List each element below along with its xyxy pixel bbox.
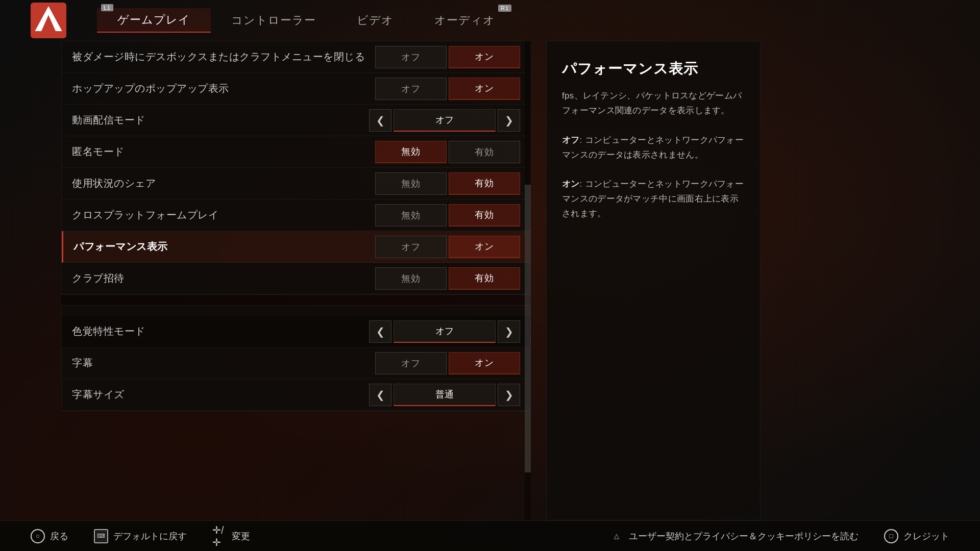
btn-on-subtitles[interactable]: オン (449, 352, 520, 374)
btn-disabled-club[interactable]: 無効 (375, 267, 447, 290)
setting-controls-anon: 無効 有効 (375, 141, 520, 163)
apex-logo (31, 3, 66, 38)
footer-change-label: 変更 (232, 530, 250, 542)
btn-off-subtitles[interactable]: オフ (375, 352, 447, 374)
setting-controls-crossplay: 無効 有効 (375, 204, 520, 227)
btn-next-stream[interactable]: ❯ (498, 109, 520, 132)
setting-controls-stream: ❮ オフ ❯ (369, 109, 520, 132)
setting-stream-mode: 動画配信モード ❮ オフ ❯ (62, 105, 530, 136)
setting-usage-share: 使用状況のシェア 無効 有効 (62, 168, 530, 199)
circle-icon: ○ (31, 529, 45, 543)
setting-controls-perf: オフ オン (375, 236, 520, 258)
btn-on-hopup[interactable]: オン (449, 78, 520, 100)
footer: ○ 戻る ⌨ デフォルトに戻す ✛/✛ 変更 △ ユーザー契約とプライバシー＆ク… (0, 520, 980, 551)
info-panel: パフォーマンス表示 fps、レイテンシ、パケットロスなどゲームパフォーマンス関連… (546, 41, 761, 520)
info-on-label: オン (562, 179, 580, 189)
btn-enabled-usage[interactable]: 有効 (449, 172, 520, 195)
btn-enabled-crossplay[interactable]: 有効 (449, 204, 520, 227)
setting-controls-club: 無効 有効 (375, 267, 520, 290)
setting-controls-colorblind: ❮ オフ ❯ (369, 320, 520, 343)
setting-hopup-popup: ホップアップのポップアップ表示 オフ オン (62, 73, 530, 105)
settings-list-2: 色覚特性モード ❮ オフ ❯ 字幕 オフ オン (61, 305, 531, 411)
setting-perf-display: パフォーマンス表示 オフ オン (62, 231, 530, 263)
setting-subtitles: 字幕 オフ オン (62, 347, 530, 379)
footer-policy-label: ユーザー契約とプライバシー＆クッキーポリシーを読む (629, 530, 859, 542)
info-desc-on: オン: コンピューターとネットワークパフォーマンスのデータがマッチ中に画面右上に… (562, 177, 745, 221)
scrollbar[interactable] (525, 41, 531, 520)
tab-video[interactable]: ビデオ (336, 9, 414, 32)
setting-crossplay: クロスプラットフォームプレイ 無効 有効 (62, 199, 530, 231)
setting-club-invite: クラブ招待 無効 有効 (62, 263, 530, 294)
settings-panel: 被ダメージ時にデスボックスまたはクラフトメニューを閉じる オフ オン ホップアッ… (61, 41, 531, 520)
tab-audio[interactable]: オーディオ R1 (414, 9, 516, 32)
footer-back-label: 戻る (50, 530, 68, 542)
tab-gameplay[interactable]: L1 ゲームプレイ (97, 8, 211, 33)
info-off-label: オフ (562, 135, 580, 145)
tab-badge-l1: L1 (101, 4, 113, 11)
info-title: パフォーマンス表示 (562, 59, 745, 79)
btn-next-subtitlesize[interactable]: ❯ (498, 384, 520, 406)
header: L1 ゲームプレイ コントローラー ビデオ オーディオ R1 (0, 0, 980, 41)
footer-right: △ ユーザー契約とプライバシー＆クッキーポリシーを読む □ クレジット (609, 529, 949, 543)
setting-close-craftmenu: 被ダメージ時にデスボックスまたはクラフトメニューを閉じる オフ オン (62, 41, 530, 73)
footer-left: ○ 戻る ⌨ デフォルトに戻す ✛/✛ 変更 (31, 529, 250, 543)
btn-off-hopup[interactable]: オフ (375, 78, 447, 100)
btn-next-colorblind[interactable]: ❯ (498, 320, 520, 343)
footer-credits[interactable]: □ クレジット (884, 529, 949, 543)
btn-enabled-anon[interactable]: 有効 (449, 141, 520, 163)
setting-controls-hopup: オフ オン (375, 78, 520, 100)
btn-enabled-club[interactable]: 有効 (449, 267, 520, 290)
btn-disabled-crossplay[interactable]: 無効 (375, 204, 447, 227)
setting-color-blind: 色覚特性モード ❮ オフ ❯ (62, 316, 530, 347)
btn-value-stream: オフ (394, 109, 496, 132)
keyboard-icon: ⌨ (94, 529, 108, 543)
btn-prev-colorblind[interactable]: ❮ (369, 320, 391, 343)
btn-prev-subtitlesize[interactable]: ❮ (369, 384, 391, 406)
setting-controls-subtitlesize: ❮ 普通 ❯ (369, 384, 520, 406)
btn-on-close-craftmenu[interactable]: オン (449, 46, 520, 68)
btn-value-subtitlesize: 普通 (394, 384, 496, 406)
btn-off-perf[interactable]: オフ (375, 236, 447, 258)
nav-tabs: L1 ゲームプレイ コントローラー ビデオ オーディオ R1 (97, 8, 949, 33)
dpad-icon: ✛/✛ (212, 529, 227, 543)
triangle-icon: △ (609, 529, 624, 543)
setting-controls-usage: 無効 有効 (375, 172, 520, 195)
info-desc-main: fps、レイテンシ、パケットロスなどゲームパフォーマンス関連のデータを表示します… (562, 89, 745, 118)
setting-controls-close-craftmenu: オフ オン (375, 46, 520, 68)
footer-policy[interactable]: △ ユーザー契約とプライバシー＆クッキーポリシーを読む (609, 529, 859, 543)
tab-badge-r1: R1 (498, 5, 511, 12)
footer-change[interactable]: ✛/✛ 変更 (212, 529, 250, 543)
btn-on-perf[interactable]: オン (449, 236, 520, 258)
setting-controls-subtitles: オフ オン (375, 352, 520, 374)
footer-credits-label: クレジット (903, 530, 949, 542)
btn-disabled-anon[interactable]: 無効 (375, 141, 447, 163)
btn-value-colorblind: オフ (394, 320, 496, 343)
settings-list: 被ダメージ時にデスボックスまたはクラフトメニューを閉じる オフ オン ホップアッ… (61, 41, 531, 295)
tab-controller[interactable]: コントローラー (211, 9, 336, 32)
square-icon: □ (884, 529, 898, 543)
setting-subtitle-size: 字幕サイズ ❮ 普通 ❯ (62, 379, 530, 411)
footer-default-label: デフォルトに戻す (113, 530, 187, 542)
scrollbar-thumb (525, 185, 531, 472)
section-separator (61, 295, 531, 305)
btn-off-close-craftmenu[interactable]: オフ (375, 46, 447, 68)
btn-disabled-usage[interactable]: 無効 (375, 172, 447, 195)
info-text: fps、レイテンシ、パケットロスなどゲームパフォーマンス関連のデータを表示します… (562, 89, 745, 221)
btn-prev-stream[interactable]: ❮ (369, 109, 391, 132)
setting-anon-mode: 匿名モード 無効 有効 (62, 136, 530, 168)
footer-default[interactable]: ⌨ デフォルトに戻す (94, 529, 187, 543)
main-content: 被ダメージ時にデスボックスまたはクラフトメニューを閉じる オフ オン ホップアッ… (0, 41, 980, 520)
info-desc-off: オフ: コンピューターとネットワークパフォーマンスのデータは表示されません。 (562, 133, 745, 163)
footer-back[interactable]: ○ 戻る (31, 529, 68, 543)
